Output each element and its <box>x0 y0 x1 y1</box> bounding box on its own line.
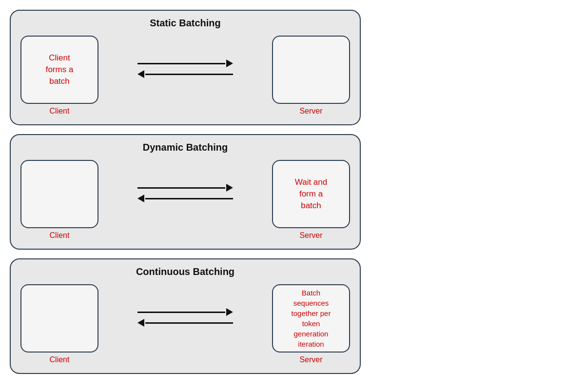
continuous-server-label: Server <box>299 355 322 364</box>
static-batching-row: Clientforms abatch Client <box>20 36 350 116</box>
static-arrow-left <box>137 70 233 78</box>
static-arrow-right <box>137 59 233 67</box>
dynamic-arrow-right <box>137 184 233 192</box>
continuous-arrow-left <box>137 319 233 327</box>
dynamic-server-label: Server <box>299 231 322 240</box>
continuous-batching-title: Continuous Batching <box>136 266 234 277</box>
static-client-slot: Clientforms abatch Client <box>20 36 98 116</box>
continuous-batching-row: Client Batchsequencestogether pertoke <box>20 284 350 364</box>
continuous-client-slot: Client <box>20 284 98 364</box>
static-batching-diagram: Static Batching Clientforms abatch Clien… <box>10 10 361 125</box>
dynamic-shaft-left <box>145 198 233 199</box>
static-server-label: Server <box>299 107 322 116</box>
dynamic-batching-row: Client Wait andform abatch <box>20 160 350 240</box>
static-arrowhead-right <box>226 59 233 67</box>
dynamic-server-box-text: Wait andform abatch <box>295 176 327 211</box>
dynamic-arrow <box>103 184 267 216</box>
dynamic-double-arrow <box>137 184 233 202</box>
continuous-client-box <box>20 284 98 353</box>
continuous-shaft-right <box>137 312 225 313</box>
static-arrow <box>103 59 267 92</box>
dynamic-client-slot: Client <box>20 160 98 240</box>
continuous-batching-diagram: Continuous Batching Client <box>10 258 361 374</box>
dynamic-batching-diagram: Dynamic Batching Client <box>10 134 361 250</box>
dynamic-arrowhead-right <box>226 184 233 192</box>
static-double-arrow <box>137 59 233 78</box>
static-server-box <box>272 36 350 104</box>
static-shaft-left <box>145 74 233 75</box>
static-client-box: Clientforms abatch <box>20 36 98 104</box>
dynamic-arrowhead-left <box>137 195 144 202</box>
continuous-arrowhead-left <box>137 319 144 327</box>
continuous-server-box: Batchsequencestogether pertokengeneratio… <box>272 284 350 353</box>
dynamic-client-label: Client <box>50 231 70 240</box>
continuous-server-slot: Batchsequencestogether pertokengeneratio… <box>272 284 350 364</box>
continuous-arrow-right <box>137 308 233 316</box>
diagrams-container: Static Batching Clientforms abatch Clien… <box>10 10 361 374</box>
dynamic-arrow-left <box>137 195 233 202</box>
dynamic-shaft-right <box>137 187 225 189</box>
static-shaft-right <box>137 63 225 64</box>
static-batching-title: Static Batching <box>150 18 221 29</box>
static-client-label: Client <box>50 107 70 116</box>
dynamic-batching-title: Dynamic Batching <box>143 142 228 153</box>
dynamic-server-box: Wait andform abatch <box>272 160 350 228</box>
dynamic-client-box <box>20 160 98 228</box>
static-arrowhead-left <box>137 70 144 78</box>
continuous-arrowhead-right <box>226 308 233 316</box>
dynamic-server-slot: Wait andform abatch Server <box>272 160 350 240</box>
continuous-double-arrow <box>137 308 233 327</box>
continuous-shaft-left <box>145 322 233 324</box>
continuous-client-label: Client <box>50 355 70 364</box>
continuous-server-box-text: Batchsequencestogether pertokengeneratio… <box>292 288 331 349</box>
continuous-arrow <box>103 308 267 340</box>
static-server-slot: Server <box>272 36 350 116</box>
static-client-box-text: Clientforms abatch <box>46 52 74 87</box>
